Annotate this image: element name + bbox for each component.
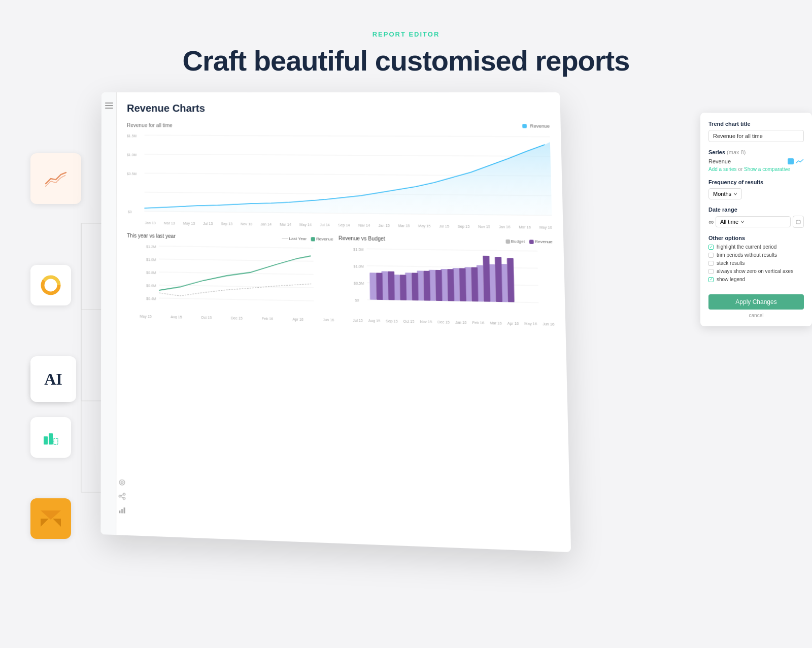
main-chart-label: Revenue for all time xyxy=(127,122,173,128)
apply-changes-button[interactable]: Apply Changes xyxy=(708,294,804,310)
svg-point-78 xyxy=(123,497,125,499)
svg-line-23 xyxy=(144,135,550,137)
infinity-icon: ∞ xyxy=(708,218,714,226)
svg-line-80 xyxy=(121,497,123,498)
editor-frequency-label: Frequency of results xyxy=(708,179,804,185)
report-title: Revenue Charts xyxy=(127,103,550,115)
hero-title: Craft beautiful customised reports xyxy=(0,44,812,77)
checkbox-trim[interactable] xyxy=(708,253,714,258)
main-chart-section: Revenue for all time Revenue xyxy=(127,122,552,229)
series-chart-type-icon[interactable] xyxy=(796,158,804,164)
icon-card-mail xyxy=(30,498,71,539)
editor-frequency-section: Frequency of results Months xyxy=(708,179,804,199)
series-color[interactable] xyxy=(788,158,794,164)
option-stack[interactable]: stack results xyxy=(708,260,804,266)
svg-line-42 xyxy=(366,249,537,251)
calendar-icon xyxy=(796,219,801,224)
option-highlight[interactable]: ✓ highlight the current period xyxy=(708,244,804,250)
svg-text:$1.0M: $1.0M xyxy=(146,258,156,261)
editor-other-options-section: Other options ✓ highlight the current pe… xyxy=(708,235,804,282)
svg-text:$1.0M: $1.0M xyxy=(353,264,364,268)
icon-card-chart xyxy=(30,153,81,204)
svg-rect-82 xyxy=(121,509,123,514)
bottom-charts: This year vs last year Last Year Revenue… xyxy=(127,233,555,326)
editor-chart-title-section: Trend chart title xyxy=(708,121,804,142)
show-comparative-link[interactable]: Show a comparative xyxy=(744,166,790,172)
svg-text:$0.6M: $0.6M xyxy=(146,284,156,288)
series-row: Revenue xyxy=(708,158,804,164)
date-range-value: All time xyxy=(720,219,738,225)
checkbox-legend[interactable]: ✓ xyxy=(708,277,714,282)
svg-rect-73 xyxy=(507,258,515,302)
editor-other-options-label: Other options xyxy=(708,235,804,241)
checkbox-stack[interactable] xyxy=(708,261,714,266)
svg-line-79 xyxy=(121,495,123,496)
report-content: Revenue Charts Revenue for all time Reve… xyxy=(116,92,571,552)
editor-daterange-label: Date range xyxy=(708,207,804,213)
svg-point-77 xyxy=(119,495,121,497)
svg-point-74 xyxy=(119,480,124,485)
editor-series-label: Series (max 8) xyxy=(708,149,804,155)
svg-rect-68 xyxy=(447,269,454,301)
svg-rect-50 xyxy=(369,272,376,300)
option-trim[interactable]: trim periods without results xyxy=(708,252,804,258)
option-zero[interactable]: always show zero on vertical axes xyxy=(708,268,804,274)
icon-card-text: AI xyxy=(30,356,76,402)
add-series-link[interactable]: Add a series xyxy=(708,166,737,172)
chart-rvb-title: Revenue vs Budget xyxy=(339,235,385,242)
icon-card-bar xyxy=(30,417,71,458)
svg-point-75 xyxy=(121,482,123,484)
svg-text:$0.8M: $0.8M xyxy=(146,271,156,275)
frequency-select[interactable]: Months xyxy=(708,188,742,199)
svg-rect-17 xyxy=(49,433,53,445)
editor-daterange-section: Date range ∞ All time xyxy=(708,207,804,228)
editor-series-section: Series (max 8) Revenue Add a series or S… xyxy=(708,149,804,172)
chevron-down-icon-2 xyxy=(740,220,745,223)
checkbox-highlight[interactable]: ✓ xyxy=(708,245,714,250)
chart-tyvly-svg: $1.2M $1.0M $0.8M $0.6M $0.4M xyxy=(127,241,334,317)
date-range-select[interactable]: All time xyxy=(716,216,791,227)
frequency-value: Months xyxy=(713,191,731,197)
chevron-down-icon xyxy=(733,192,737,195)
svg-text:$0: $0 xyxy=(355,298,359,302)
svg-rect-70 xyxy=(471,267,478,302)
svg-rect-65 xyxy=(412,272,419,300)
svg-line-24 xyxy=(144,154,550,156)
main-chart-wrap: $1.5M $1.0M $0.5M $0 xyxy=(127,130,552,224)
svg-line-36 xyxy=(159,298,314,300)
settings-icon[interactable] xyxy=(118,479,125,486)
chart-this-year: This year vs last year Last Year Revenue… xyxy=(127,233,334,322)
svg-line-32 xyxy=(159,246,313,248)
checkbox-zero[interactable] xyxy=(708,269,714,274)
cancel-link[interactable]: cancel xyxy=(708,313,804,318)
chart-rvb-svg: $1.5M $1.0M $0.5M $0 xyxy=(339,243,554,321)
hero-header: REPORT EDITOR Craft beautiful customised… xyxy=(0,0,812,92)
chart-rev-budget: Revenue vs Budget Budget Revenue $1.5M $… xyxy=(339,235,555,326)
editor-panel: Trend chart title Series (max 8) Revenue… xyxy=(700,113,812,326)
chart-type-icon[interactable] xyxy=(118,506,125,514)
svg-rect-62 xyxy=(376,272,383,300)
svg-rect-72 xyxy=(495,257,502,302)
svg-rect-18 xyxy=(54,438,58,445)
main-chart-svg: $1.5M $1.0M $0.5M $0 xyxy=(127,130,552,224)
legend-dot-revenue xyxy=(522,124,527,128)
chart-rvb-legend: Budget Revenue xyxy=(505,239,553,245)
date-range-row: ∞ All time xyxy=(708,216,804,228)
svg-rect-83 xyxy=(124,507,125,514)
svg-point-9 xyxy=(46,281,55,290)
svg-rect-71 xyxy=(483,256,490,302)
share-icon[interactable] xyxy=(118,492,125,500)
editor-chart-title-label: Trend chart title xyxy=(708,121,804,127)
editor-chart-title-input[interactable] xyxy=(708,130,804,142)
sidebar-toggle[interactable] xyxy=(105,103,113,109)
svg-rect-64 xyxy=(400,275,407,300)
option-legend[interactable]: ✓ show legend xyxy=(708,277,804,282)
svg-rect-84 xyxy=(796,220,800,224)
date-range-calendar[interactable] xyxy=(793,216,804,228)
add-series-row: Add a series or Show a comparative xyxy=(708,166,804,172)
icon-card-donut xyxy=(30,265,71,305)
svg-point-76 xyxy=(123,493,125,495)
report-panel: Revenue Charts Revenue for all time Reve… xyxy=(100,92,571,552)
svg-rect-81 xyxy=(119,510,120,513)
hero-label: REPORT EDITOR xyxy=(0,30,812,38)
